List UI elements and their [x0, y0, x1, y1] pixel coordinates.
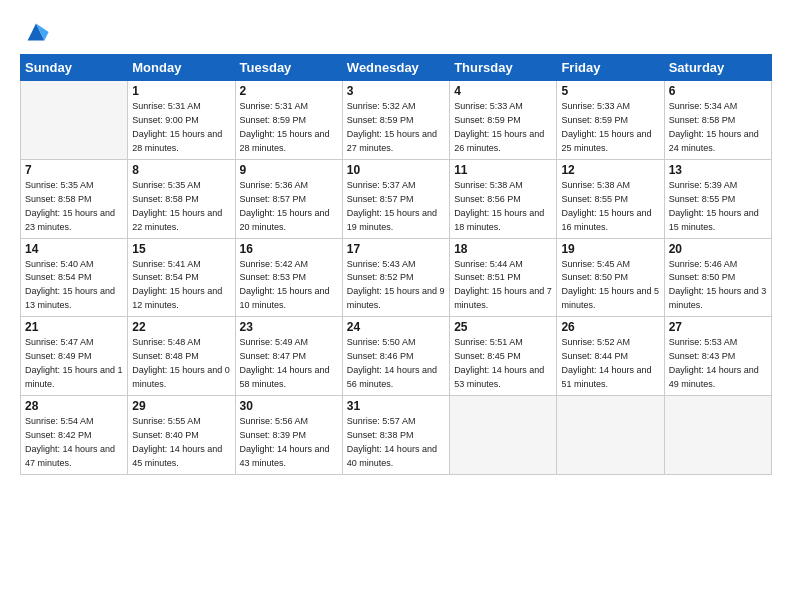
day-number: 22 — [132, 320, 230, 334]
sun-info: Sunrise: 5:44 AMSunset: 8:51 PMDaylight:… — [454, 258, 552, 314]
day-number: 11 — [454, 163, 552, 177]
calendar-cell: 19Sunrise: 5:45 AMSunset: 8:50 PMDayligh… — [557, 238, 664, 317]
day-number: 4 — [454, 84, 552, 98]
day-number: 12 — [561, 163, 659, 177]
sun-info: Sunrise: 5:56 AMSunset: 8:39 PMDaylight:… — [240, 415, 338, 471]
day-number: 31 — [347, 399, 445, 413]
sun-info: Sunrise: 5:49 AMSunset: 8:47 PMDaylight:… — [240, 336, 338, 392]
weekday-header-thursday: Thursday — [450, 55, 557, 81]
weekday-header-friday: Friday — [557, 55, 664, 81]
week-row-4: 21Sunrise: 5:47 AMSunset: 8:49 PMDayligh… — [21, 317, 772, 396]
logo-icon — [22, 18, 50, 46]
day-number: 27 — [669, 320, 767, 334]
sun-info: Sunrise: 5:36 AMSunset: 8:57 PMDaylight:… — [240, 179, 338, 235]
day-number: 5 — [561, 84, 659, 98]
sun-info: Sunrise: 5:42 AMSunset: 8:53 PMDaylight:… — [240, 258, 338, 314]
sun-info: Sunrise: 5:52 AMSunset: 8:44 PMDaylight:… — [561, 336, 659, 392]
week-row-1: 1Sunrise: 5:31 AMSunset: 9:00 PMDaylight… — [21, 81, 772, 160]
day-number: 23 — [240, 320, 338, 334]
weekday-header-saturday: Saturday — [664, 55, 771, 81]
day-number: 9 — [240, 163, 338, 177]
week-row-5: 28Sunrise: 5:54 AMSunset: 8:42 PMDayligh… — [21, 396, 772, 475]
calendar-cell: 24Sunrise: 5:50 AMSunset: 8:46 PMDayligh… — [342, 317, 449, 396]
calendar-cell: 22Sunrise: 5:48 AMSunset: 8:48 PMDayligh… — [128, 317, 235, 396]
day-number: 6 — [669, 84, 767, 98]
day-number: 18 — [454, 242, 552, 256]
calendar-cell: 5Sunrise: 5:33 AMSunset: 8:59 PMDaylight… — [557, 81, 664, 160]
weekday-header-tuesday: Tuesday — [235, 55, 342, 81]
calendar-cell: 15Sunrise: 5:41 AMSunset: 8:54 PMDayligh… — [128, 238, 235, 317]
sun-info: Sunrise: 5:35 AMSunset: 8:58 PMDaylight:… — [25, 179, 123, 235]
sun-info: Sunrise: 5:51 AMSunset: 8:45 PMDaylight:… — [454, 336, 552, 392]
sun-info: Sunrise: 5:57 AMSunset: 8:38 PMDaylight:… — [347, 415, 445, 471]
day-number: 28 — [25, 399, 123, 413]
calendar-cell: 30Sunrise: 5:56 AMSunset: 8:39 PMDayligh… — [235, 396, 342, 475]
day-number: 20 — [669, 242, 767, 256]
sun-info: Sunrise: 5:48 AMSunset: 8:48 PMDaylight:… — [132, 336, 230, 392]
sun-info: Sunrise: 5:31 AMSunset: 8:59 PMDaylight:… — [240, 100, 338, 156]
day-number: 29 — [132, 399, 230, 413]
calendar-cell: 6Sunrise: 5:34 AMSunset: 8:58 PMDaylight… — [664, 81, 771, 160]
week-row-3: 14Sunrise: 5:40 AMSunset: 8:54 PMDayligh… — [21, 238, 772, 317]
sun-info: Sunrise: 5:39 AMSunset: 8:55 PMDaylight:… — [669, 179, 767, 235]
sun-info: Sunrise: 5:55 AMSunset: 8:40 PMDaylight:… — [132, 415, 230, 471]
sun-info: Sunrise: 5:35 AMSunset: 8:58 PMDaylight:… — [132, 179, 230, 235]
day-number: 25 — [454, 320, 552, 334]
calendar-cell: 18Sunrise: 5:44 AMSunset: 8:51 PMDayligh… — [450, 238, 557, 317]
day-number: 13 — [669, 163, 767, 177]
day-number: 2 — [240, 84, 338, 98]
day-number: 14 — [25, 242, 123, 256]
calendar-cell: 2Sunrise: 5:31 AMSunset: 8:59 PMDaylight… — [235, 81, 342, 160]
calendar-cell: 17Sunrise: 5:43 AMSunset: 8:52 PMDayligh… — [342, 238, 449, 317]
calendar-cell: 23Sunrise: 5:49 AMSunset: 8:47 PMDayligh… — [235, 317, 342, 396]
day-number: 7 — [25, 163, 123, 177]
sun-info: Sunrise: 5:53 AMSunset: 8:43 PMDaylight:… — [669, 336, 767, 392]
day-number: 24 — [347, 320, 445, 334]
weekday-header-row: SundayMondayTuesdayWednesdayThursdayFrid… — [21, 55, 772, 81]
calendar-cell: 12Sunrise: 5:38 AMSunset: 8:55 PMDayligh… — [557, 159, 664, 238]
weekday-header-wednesday: Wednesday — [342, 55, 449, 81]
day-number: 19 — [561, 242, 659, 256]
calendar-cell: 3Sunrise: 5:32 AMSunset: 8:59 PMDaylight… — [342, 81, 449, 160]
calendar-cell: 1Sunrise: 5:31 AMSunset: 9:00 PMDaylight… — [128, 81, 235, 160]
sun-info: Sunrise: 5:34 AMSunset: 8:58 PMDaylight:… — [669, 100, 767, 156]
sun-info: Sunrise: 5:38 AMSunset: 8:55 PMDaylight:… — [561, 179, 659, 235]
day-number: 15 — [132, 242, 230, 256]
calendar-cell: 7Sunrise: 5:35 AMSunset: 8:58 PMDaylight… — [21, 159, 128, 238]
day-number: 26 — [561, 320, 659, 334]
sun-info: Sunrise: 5:37 AMSunset: 8:57 PMDaylight:… — [347, 179, 445, 235]
header — [20, 18, 772, 46]
sun-info: Sunrise: 5:46 AMSunset: 8:50 PMDaylight:… — [669, 258, 767, 314]
week-row-2: 7Sunrise: 5:35 AMSunset: 8:58 PMDaylight… — [21, 159, 772, 238]
calendar-cell: 10Sunrise: 5:37 AMSunset: 8:57 PMDayligh… — [342, 159, 449, 238]
calendar-cell: 11Sunrise: 5:38 AMSunset: 8:56 PMDayligh… — [450, 159, 557, 238]
day-number: 1 — [132, 84, 230, 98]
sun-info: Sunrise: 5:31 AMSunset: 9:00 PMDaylight:… — [132, 100, 230, 156]
day-number: 8 — [132, 163, 230, 177]
calendar-cell — [21, 81, 128, 160]
sun-info: Sunrise: 5:32 AMSunset: 8:59 PMDaylight:… — [347, 100, 445, 156]
calendar-cell: 26Sunrise: 5:52 AMSunset: 8:44 PMDayligh… — [557, 317, 664, 396]
calendar-cell: 28Sunrise: 5:54 AMSunset: 8:42 PMDayligh… — [21, 396, 128, 475]
sun-info: Sunrise: 5:45 AMSunset: 8:50 PMDaylight:… — [561, 258, 659, 314]
calendar-cell: 14Sunrise: 5:40 AMSunset: 8:54 PMDayligh… — [21, 238, 128, 317]
sun-info: Sunrise: 5:38 AMSunset: 8:56 PMDaylight:… — [454, 179, 552, 235]
sun-info: Sunrise: 5:54 AMSunset: 8:42 PMDaylight:… — [25, 415, 123, 471]
day-number: 3 — [347, 84, 445, 98]
sun-info: Sunrise: 5:33 AMSunset: 8:59 PMDaylight:… — [561, 100, 659, 156]
day-number: 21 — [25, 320, 123, 334]
day-number: 30 — [240, 399, 338, 413]
sun-info: Sunrise: 5:41 AMSunset: 8:54 PMDaylight:… — [132, 258, 230, 314]
weekday-header-monday: Monday — [128, 55, 235, 81]
calendar-cell: 9Sunrise: 5:36 AMSunset: 8:57 PMDaylight… — [235, 159, 342, 238]
calendar-cell: 4Sunrise: 5:33 AMSunset: 8:59 PMDaylight… — [450, 81, 557, 160]
weekday-header-sunday: Sunday — [21, 55, 128, 81]
day-number: 10 — [347, 163, 445, 177]
sun-info: Sunrise: 5:50 AMSunset: 8:46 PMDaylight:… — [347, 336, 445, 392]
calendar-table: SundayMondayTuesdayWednesdayThursdayFrid… — [20, 54, 772, 475]
calendar-cell: 25Sunrise: 5:51 AMSunset: 8:45 PMDayligh… — [450, 317, 557, 396]
day-number: 16 — [240, 242, 338, 256]
sun-info: Sunrise: 5:43 AMSunset: 8:52 PMDaylight:… — [347, 258, 445, 314]
day-number: 17 — [347, 242, 445, 256]
calendar-cell — [450, 396, 557, 475]
